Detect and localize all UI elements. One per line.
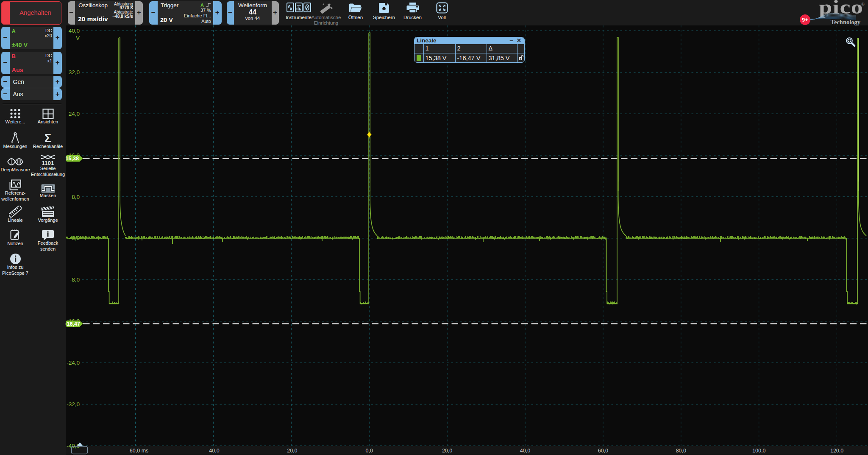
- svg-text:-8,0: -8,0: [70, 276, 80, 283]
- svg-text:-60,0 ms: -60,0 ms: [128, 448, 149, 454]
- svg-text:-16,47: -16,47: [65, 321, 80, 327]
- svg-text:80,0: 80,0: [676, 448, 686, 454]
- svg-text:40,0: 40,0: [69, 28, 80, 34]
- svg-text:32,0: 32,0: [69, 69, 80, 75]
- svg-text:1101: 1101: [42, 160, 54, 166]
- svg-text:8,0: 8,0: [72, 194, 80, 200]
- svg-text:V: V: [76, 35, 80, 41]
- svg-text:100,0: 100,0: [752, 448, 765, 454]
- svg-text:Σ: Σ: [45, 133, 51, 144]
- svg-text:0,0: 0,0: [366, 448, 373, 454]
- svg-text:-40,0: -40,0: [207, 448, 220, 454]
- svg-text:-24,0: -24,0: [67, 360, 80, 366]
- svg-text:20,0: 20,0: [442, 448, 452, 454]
- svg-text:-20,0: -20,0: [285, 448, 298, 454]
- svg-text:120,0: 120,0: [830, 448, 843, 454]
- svg-text:40,0: 40,0: [520, 448, 530, 454]
- svg-text:24,0: 24,0: [69, 111, 80, 117]
- svg-text:-32,0: -32,0: [67, 401, 80, 408]
- svg-text:15,38: 15,38: [65, 156, 79, 162]
- svg-text:60,0: 60,0: [598, 448, 608, 454]
